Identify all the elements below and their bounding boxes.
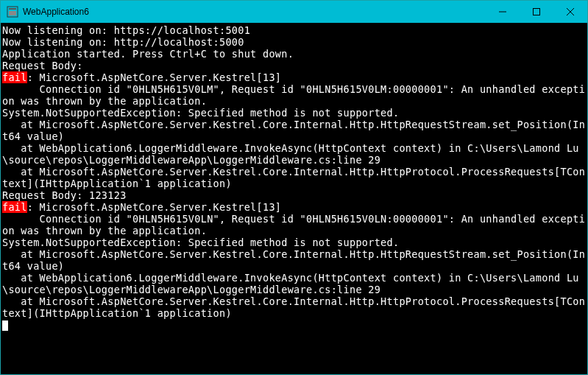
fail-badge: fail [2, 71, 27, 83]
close-button[interactable] [553, 1, 587, 23]
titlebar[interactable]: WebApplication6 [1, 1, 587, 23]
error-body: Connection id "0HLN5H615V0LM", Request i… [2, 83, 585, 189]
svg-rect-1 [9, 8, 16, 10]
console-output[interactable]: Now listening on: https://localhost:5001… [1, 23, 587, 374]
console-line: Now listening on: https://localhost:5001 [2, 24, 250, 36]
app-icon [7, 6, 18, 18]
fail-badge: fail [2, 201, 27, 213]
error-header: : Microsoft.AspNetCore.Server.Kestrel[13… [27, 201, 282, 213]
cursor [2, 320, 8, 331]
window-controls [486, 1, 587, 23]
app-window: WebApplication6 Now listening on: https:… [0, 0, 588, 375]
console-line: Now listening on: http://localhost:5000 [2, 36, 244, 48]
error-header: : Microsoft.AspNetCore.Server.Kestrel[13… [27, 71, 282, 83]
svg-rect-2 [9, 11, 16, 15]
error-body: Connection id "0HLN5H615V0LN", Request i… [2, 213, 585, 319]
console-line: Request Body: [2, 60, 83, 71]
window-title: WebApplication6 [23, 7, 486, 17]
svg-rect-4 [534, 9, 540, 15]
console-line: Request Body: 123123 [2, 189, 127, 201]
minimize-button[interactable] [486, 1, 520, 23]
console-line: Application started. Press Ctrl+C to shu… [2, 48, 294, 60]
maximize-button[interactable] [520, 1, 553, 23]
